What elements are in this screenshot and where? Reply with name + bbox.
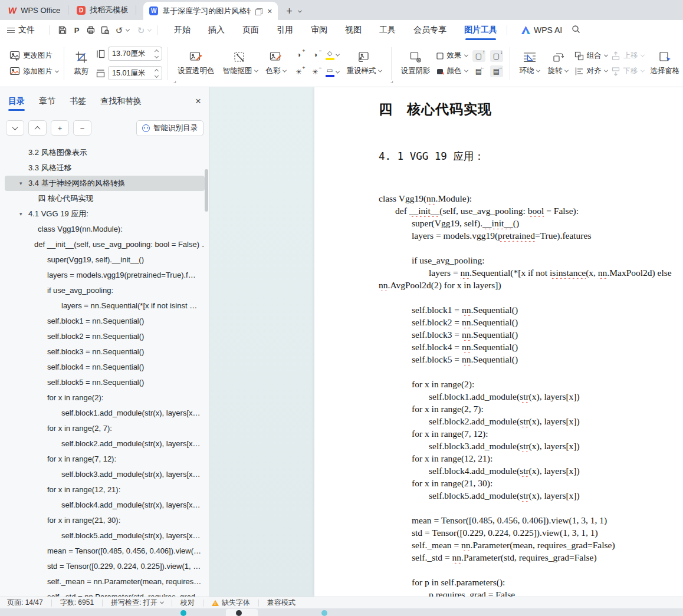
- menu-item[interactable]: 视图: [345, 25, 362, 35]
- wps-ai-button[interactable]: WPS AI: [521, 25, 562, 35]
- tab-close-icon[interactable]: ×: [267, 6, 272, 16]
- taskbar-app-icon[interactable]: [321, 610, 327, 616]
- sidebar-tab[interactable]: 目录: [8, 88, 25, 114]
- toc-item[interactable]: mean = Tensor([0.485, 0.456, 0.406]).vie…: [5, 543, 205, 559]
- spellcheck-toggle[interactable]: 拼写检查: 打开: [111, 598, 163, 608]
- code-line[interactable]: p.requires_grad = False: [379, 588, 683, 597]
- print-preview-button[interactable]: [98, 23, 112, 37]
- outline-color-button[interactable]: ▭: [326, 67, 339, 77]
- code-line[interactable]: [379, 291, 683, 304]
- tab-active-document[interactable]: W 基于深度学习的图片风格转换 ×: [143, 2, 278, 20]
- width-step-down[interactable]: [155, 73, 159, 77]
- menu-item-picture-tools[interactable]: 图片工具: [464, 25, 497, 35]
- tab-docer-templates[interactable]: D 找稻壳模板: [68, 0, 136, 20]
- height-input[interactable]: 13.70厘米: [108, 47, 162, 61]
- proofread-button[interactable]: 校对: [180, 598, 195, 608]
- code-line[interactable]: self.block4 = nn.Sequential(): [379, 341, 683, 353]
- toc-collapse-arrow-icon[interactable]: ▾: [19, 176, 22, 191]
- contrast-decrease-button[interactable]: ◑−: [309, 49, 322, 61]
- word-count[interactable]: 字数: 6951: [60, 598, 94, 608]
- code-line[interactable]: [379, 242, 683, 254]
- height-step-down[interactable]: [155, 54, 159, 58]
- code-line[interactable]: self._mean = nn.Parameter(mean, requires…: [379, 539, 683, 551]
- toc-item[interactable]: ▾3.4 基于神经网络的风格转换: [5, 176, 205, 191]
- code-line[interactable]: mean = Tensor([0.485, 0.456, 0.406]).vie…: [379, 514, 683, 526]
- color-adjust-button[interactable]: 色彩: [262, 51, 290, 76]
- sidebar-close-icon[interactable]: ×: [195, 95, 201, 107]
- code-line[interactable]: def __init__(self, use_avg_pooling: bool…: [379, 205, 683, 217]
- toc-item[interactable]: self.block4 = nn.Sequential(): [5, 360, 205, 375]
- contrast-increase-button[interactable]: ◑+: [293, 49, 306, 61]
- missing-font-warning[interactable]: 缺失字体: [212, 598, 250, 608]
- file-menu-button[interactable]: 文件: [7, 25, 35, 35]
- menu-item[interactable]: 审阅: [311, 25, 327, 35]
- toc-item[interactable]: self.block2.add_module(str(x), layers[x…: [5, 436, 205, 452]
- code-line[interactable]: layers = models.vgg19(pretrained=True).f…: [379, 229, 683, 242]
- toc-item[interactable]: class Vgg19(nn.Module):: [5, 222, 205, 237]
- code-line[interactable]: self.block3.add_module(str(x), layers[x]…: [379, 440, 683, 452]
- toc-item[interactable]: for x in range(7, 12):: [5, 452, 205, 467]
- picture-color-button[interactable]: 颜色: [436, 66, 468, 76]
- menu-item[interactable]: 开始: [174, 25, 191, 35]
- code-line[interactable]: nn.AvgPool2d(2) for x in layers]): [379, 279, 683, 291]
- toc-item[interactable]: layers = nn.Sequential(*[x if not isinst…: [5, 298, 205, 314]
- code-line[interactable]: if use_avg_pooling:: [379, 254, 683, 266]
- set-transparent-color-button[interactable]: 设置透明色: [173, 51, 219, 76]
- toc-item[interactable]: if use_avg_pooling:: [5, 283, 205, 298]
- code-line[interactable]: self.block2 = nn.Sequential(): [379, 316, 683, 328]
- group-button[interactable]: 组合: [574, 51, 608, 61]
- window-restore-icon[interactable]: [255, 8, 262, 15]
- toc-item[interactable]: self.block3 = nn.Sequential(): [5, 344, 205, 360]
- menu-item[interactable]: 插入: [208, 25, 225, 35]
- text-wrap-left-button[interactable]: ▤←: [472, 65, 485, 77]
- code-line[interactable]: self.block1.add_module(str(x), layers[x]…: [379, 390, 683, 403]
- toc-item[interactable]: ▾4.1 VGG 19 应用:: [5, 206, 205, 222]
- toc-item[interactable]: self.block3.add_module(str(x), layers[x…: [5, 467, 205, 482]
- redo-button[interactable]: ↻: [134, 23, 148, 37]
- code-line[interactable]: for p in self.parameters():: [379, 576, 683, 588]
- toc-item[interactable]: self.block1 = nn.Sequential(): [5, 314, 205, 329]
- effects-button[interactable]: 效果: [436, 51, 468, 61]
- save-button[interactable]: [55, 23, 70, 37]
- toc-item[interactable]: self.block1.add_module(str(x), layers[x…: [5, 406, 205, 421]
- toc-item[interactable]: self.block4.add_module(str(x), layers[x…: [5, 498, 205, 513]
- reset-style-button[interactable]: 重设样式: [343, 51, 386, 76]
- undo-button[interactable]: ↺: [112, 23, 126, 37]
- document-page[interactable]: 四 核心代码实现 4. 1 VGG 19 应用： class Vgg19(nn.…: [314, 87, 683, 597]
- toc-zoom-out-button[interactable]: −: [73, 120, 91, 136]
- style-dialog-launcher-icon[interactable]: ⌟: [390, 77, 393, 84]
- toc-collapse-all-button[interactable]: [28, 120, 47, 136]
- sidebar-tab[interactable]: 书签: [70, 88, 86, 114]
- code-line[interactable]: self.block5.add_module(str(x), layers[x]…: [379, 489, 683, 502]
- toc-item[interactable]: std = Tensor([0.229, 0.224, 0.225]).view…: [5, 559, 205, 574]
- change-picture-button[interactable]: 更改图片: [9, 50, 58, 61]
- menu-item[interactable]: 会员专享: [413, 25, 446, 35]
- code-line[interactable]: class Vgg19(nn.Module):: [379, 192, 683, 205]
- text-wrap-right-button[interactable]: ▤→: [490, 65, 503, 77]
- toc-item[interactable]: self._std = nn.Parameter(std, requires_g…: [5, 589, 205, 597]
- toc-item[interactable]: self.block5 = nn.Sequential(): [5, 375, 205, 390]
- smart-toc-button[interactable]: 智能识别目录: [136, 120, 203, 136]
- send-backward-button[interactable]: ▢↓: [490, 50, 503, 62]
- code-line[interactable]: for x in range(2, 7):: [379, 403, 683, 415]
- menu-item[interactable]: 引用: [277, 25, 293, 35]
- toc-collapse-arrow-icon[interactable]: ▾: [19, 206, 22, 222]
- toc-zoom-in-button[interactable]: +: [51, 120, 69, 136]
- wrap-button[interactable]: 环绕: [515, 51, 544, 76]
- toc-expand-all-button[interactable]: [6, 120, 24, 136]
- code-line[interactable]: layers = nn.Sequential(*[x if not isinst…: [379, 266, 683, 279]
- brightness-decrease-button[interactable]: ☀−: [309, 66, 322, 78]
- toc-item[interactable]: for x in range(2):: [5, 390, 205, 406]
- toc-item[interactable]: for x in range(2, 7):: [5, 421, 205, 436]
- smart-cutout-button[interactable]: 智能抠图: [219, 51, 262, 76]
- sidebar-scrollbar-thumb[interactable]: [205, 169, 208, 212]
- document-subheading[interactable]: 4. 1 VGG 19 应用：: [379, 149, 683, 163]
- page-indicator[interactable]: 页面: 14/47: [7, 598, 43, 608]
- taskbar-active-app-tile[interactable]: [226, 609, 258, 616]
- print-button[interactable]: [84, 23, 98, 37]
- code-line[interactable]: self.block5 = nn.Sequential(): [379, 353, 683, 365]
- code-line[interactable]: for x in range(2):: [379, 378, 683, 390]
- rotate-button[interactable]: 旋转: [544, 51, 572, 76]
- brightness-increase-button[interactable]: ☀+: [293, 66, 306, 78]
- export-pdf-button[interactable]: P: [70, 23, 84, 37]
